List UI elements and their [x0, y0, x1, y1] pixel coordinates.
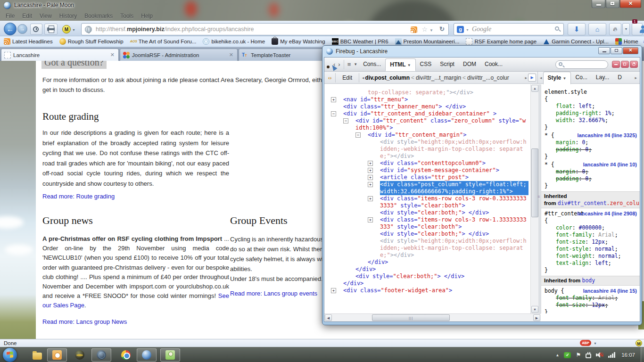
tab-close-icon[interactable]: ✕: [228, 52, 234, 58]
collapse-toggle-icon[interactable]: −: [331, 111, 336, 116]
html-panel-horizontal-scrollbar[interactable]: ◀ ||| ▶: [324, 313, 541, 321]
taskbar-app-palemoon-sphere[interactable]: [137, 348, 157, 362]
bookmark-item[interactable]: BBCBBC Weather | PR6: [330, 38, 390, 45]
css-property[interactable]: padding: 0;: [545, 175, 638, 182]
signal-bars-icon[interactable]: [608, 352, 615, 358]
scroll-right-icon[interactable]: ▶: [533, 314, 540, 321]
history-button[interactable]: [30, 24, 42, 35]
close-button[interactable]: ✕: [620, 0, 641, 8]
read-more-route-link[interactable]: Read more: Route grading: [42, 193, 115, 200]
restore-button[interactable]: [606, 0, 619, 8]
css-property[interactable]: font-style: normal;: [545, 246, 638, 253]
css-property[interactable]: padding-right: 1%;: [545, 110, 638, 117]
css-property[interactable]: padding: 0;: [545, 146, 638, 153]
panel-dropdown-icon[interactable]: ▼: [354, 62, 357, 66]
url-text[interactable]: http://thersf.mpjoinery.biz/index.php/lo…: [96, 26, 254, 33]
expand-toggle-icon[interactable]: +: [331, 97, 336, 102]
expand-toggle-icon[interactable]: +: [368, 175, 373, 180]
show-desktop-button[interactable]: [641, 347, 644, 362]
home-button[interactable]: ⌂: [588, 23, 606, 35]
account-button[interactable]: 1: [632, 23, 643, 35]
breadcrumb-left-arrow-icon[interactable]: ◂: [361, 75, 365, 80]
html-tree-node[interactable]: <div style="height:0px;width:0px;overflo…: [324, 238, 528, 259]
taskbar-app-green-updater-app[interactable]: [160, 348, 180, 362]
html-tree-node[interactable]: <div style="clear:both;"> </div>: [324, 273, 528, 280]
expand-toggle-icon[interactable]: +: [331, 288, 336, 293]
css-selector-line[interactable]: #ttr_contentlancashire #4 (line 2908): [545, 210, 638, 217]
scroll-down-icon[interactable]: ▼: [531, 306, 538, 313]
expand-toggle-icon[interactable]: +: [368, 196, 373, 201]
print-button[interactable]: [44, 24, 58, 35]
html-tree-node[interactable]: +<div id="system-message-container">: [324, 167, 528, 174]
html-tree-node[interactable]: +<div class="items-row cols-3 row-1.3333…: [324, 216, 528, 230]
search-bar[interactable]: g ▼ Google: [454, 23, 564, 35]
taskbar-app-chrome[interactable]: [116, 348, 136, 362]
adblock-plus-icon[interactable]: ABP: [580, 340, 591, 346]
firebug-tab-script[interactable]: Script: [436, 58, 459, 70]
html-tree-node[interactable]: +<div class="post_column" style="float:l…: [324, 181, 528, 195]
muted-speaker-icon[interactable]: [596, 352, 603, 358]
css-rule-source-link[interactable]: lancashire #4 (line 10): [583, 161, 637, 168]
expand-toggle-icon[interactable]: +: [368, 217, 373, 222]
menu-file[interactable]: File: [2, 12, 18, 20]
expand-toggle-icon[interactable]: +: [368, 161, 373, 166]
firebug-tab-css[interactable]: CSS: [416, 58, 436, 70]
mcafee-button[interactable]: M: [62, 25, 71, 33]
css-selector-line[interactable]: element.style: [545, 89, 638, 96]
collapse-toggle-icon[interactable]: −: [355, 132, 361, 138]
expand-toggle-icon[interactable]: +: [368, 182, 373, 187]
collapse-toggle-icon[interactable]: −: [343, 118, 348, 123]
vertical-scroll-thumb[interactable]: [531, 148, 538, 217]
html-tree-node[interactable]: top-collapse: separate;"></div>: [324, 89, 528, 96]
side-tab-co[interactable]: Co...: [571, 72, 591, 83]
downloads-button[interactable]: ⬇: [568, 23, 586, 35]
firebug-tab-cook[interactable]: Cook...: [480, 58, 507, 70]
menu-edit[interactable]: Edit: [18, 12, 36, 20]
forward-button[interactable]: →: [17, 24, 27, 34]
side-tab-style[interactable]: Style ▼: [543, 72, 571, 84]
css-rule-source-link[interactable]: lancashire #4 (line 2908): [577, 210, 637, 217]
bookmark-item[interactable]: Home: [613, 38, 640, 45]
engine-dropdown-icon[interactable]: ▼: [466, 28, 469, 32]
reload-icon[interactable]: ↻: [439, 25, 445, 33]
search-icon[interactable]: [555, 26, 559, 31]
network-plug-icon[interactable]: [586, 354, 591, 358]
bookmark-item[interactable]: Preston Mountaineeri...: [393, 38, 462, 45]
tab-close-icon[interactable]: ✕: [109, 52, 116, 58]
edit-button[interactable]: Edit: [338, 73, 357, 82]
firebug-mini-minimize-button[interactable]: [612, 61, 620, 68]
css-property[interactable]: width: 32.6667%;: [545, 117, 638, 124]
url-dropdown-icon[interactable]: ▼: [429, 28, 433, 33]
html-tree-node[interactable]: <div style="clear:both;"> </div>: [324, 230, 528, 238]
css-property[interactable]: text-align: left;: [545, 260, 638, 267]
browser-titlebar[interactable]: Lancashire - Pale Moon ✕: [0, 0, 644, 11]
firebug-minimize-button[interactable]: [598, 47, 610, 54]
scroll-left-icon[interactable]: ◀: [325, 314, 332, 321]
firebug-tab-cons[interactable]: Cons...: [359, 58, 385, 70]
html-tree-node[interactable]: <div class="ttr_banner_menu"> </div>: [324, 103, 528, 110]
firebug-tab-dom[interactable]: DOM: [459, 58, 480, 70]
css-rule-source-link[interactable]: lancashire #4 (line 15): [583, 288, 637, 295]
side-tabs-left-arrow-icon[interactable]: ◂: [539, 75, 543, 80]
css-property[interactable]: margin: 0;: [545, 139, 638, 146]
bookmark-item[interactable]: AOSThe Art of Sound Foru...: [128, 38, 198, 45]
horizontal-scroll-thumb[interactable]: |||: [372, 314, 450, 321]
bookmark-item[interactable]: RSF Example home page: [464, 38, 538, 45]
html-tree-node[interactable]: <div style="clear:both;"> </div>: [324, 209, 528, 216]
css-property[interactable]: color: #000000;: [545, 224, 638, 231]
read-more-events-link[interactable]: Read more: Lancs group events: [230, 290, 317, 297]
html-tree-node[interactable]: </div>: [324, 259, 528, 266]
firebug-mini-power-button[interactable]: [630, 61, 638, 68]
hidden-icons-arrow-icon[interactable]: ▲: [556, 353, 560, 357]
taskbar-app-explorer[interactable]: [27, 348, 47, 362]
breadcrumb-right-arrow-icon[interactable]: ▸: [524, 75, 528, 80]
css-selector-line[interactable]: * {lancashire #4 (line 3325): [545, 132, 638, 139]
mcafee-dropdown-icon[interactable]: ▼: [72, 28, 75, 32]
menu-history[interactable]: History: [56, 12, 81, 20]
scroll-up-icon[interactable]: ▲: [531, 85, 538, 92]
panel-splitter[interactable]: [538, 84, 541, 313]
mcafee-status-icon[interactable]: M: [636, 340, 642, 346]
firebug-toolbar-button[interactable]: 🔥︎: [609, 23, 621, 35]
html-tree-node[interactable]: </div>: [324, 266, 528, 273]
html-tree-node[interactable]: <div style="height:0px;width:0px;overflo…: [324, 139, 528, 160]
